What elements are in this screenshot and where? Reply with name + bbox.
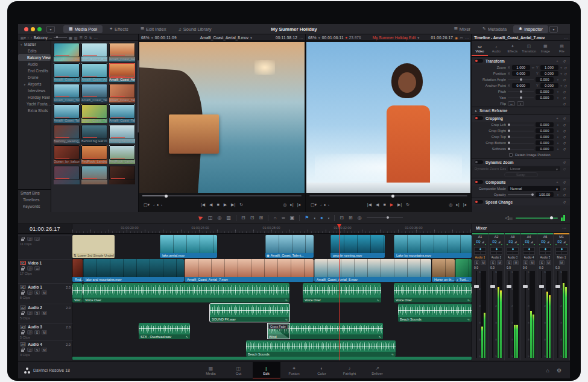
menubar-right-button[interactable]: ☰ Mixer — [448, 25, 476, 33]
auto-select-icon[interactable]: ◫ — [27, 311, 33, 315]
composite-mode-dropdown[interactable]: Normal ▾ — [508, 186, 560, 191]
media-clip-thumbnail[interactable] — [109, 104, 135, 119]
media-clip[interactable]: Amalfi_Coast_Tale... — [81, 104, 107, 123]
clip-view-dropdown-icon[interactable]: ▤▾ — [21, 36, 26, 40]
media-clip[interactable]: Holding hands whi... — [109, 125, 135, 143]
fader-handle[interactable] — [539, 285, 544, 288]
mute-button[interactable]: M — [42, 330, 47, 334]
reset-icon[interactable]: ↺ — [562, 180, 567, 184]
reset-icon[interactable]: ↺ — [562, 167, 567, 171]
mute-button[interactable]: M — [530, 260, 535, 265]
dynamic-zoom-ease-dropdown[interactable]: Linear ▾ — [508, 166, 560, 171]
smart-bin-item[interactable]: Keywords — [18, 203, 51, 210]
pitch-slider[interactable] — [508, 92, 534, 92]
mute-button[interactable]: M — [42, 290, 47, 295]
crop-value-field[interactable]: 0.000 — [536, 134, 554, 139]
source-zoom-level[interactable]: 68% — [141, 36, 150, 40]
auto-select-icon[interactable]: ◫ — [27, 348, 33, 352]
track-badge[interactable]: A4 — [20, 342, 26, 346]
timeline-audio-clip[interactable]: Voic...∿ — [72, 283, 83, 302]
timeline-audio-clip[interactable]: Voice Over∿ — [394, 283, 472, 302]
current-bin-title[interactable]: Balcony ... — [34, 36, 52, 40]
mixer-channel-strip[interactable]: A4 EQ ◢ Audio 4 S M 0.0 101520304050 — [521, 233, 537, 360]
rotation-field[interactable]: 0.000 — [536, 77, 554, 82]
lock-track-icon[interactable] — [20, 311, 25, 315]
media-clip-thumbnail[interactable] — [54, 43, 80, 57]
smart-reframe-section[interactable]: ▸ Smart Reframe — [472, 107, 570, 114]
bin-item[interactable]: Yacht Foota... — [18, 101, 51, 107]
transport-button[interactable]: |◀ — [201, 202, 205, 207]
lock-track-icon[interactable] — [20, 237, 25, 241]
media-clip-thumbnail[interactable] — [54, 166, 80, 180]
overwrite-clip-icon[interactable]: ⊡ — [250, 215, 254, 221]
reset-icon[interactable]: ↺ — [562, 96, 567, 100]
add-keyframe-icon[interactable]: + — [555, 141, 560, 145]
auto-select-icon[interactable]: ◫ — [27, 330, 33, 334]
marker-icon[interactable]: ● — [320, 215, 323, 221]
more-options-icon[interactable]: ⋯ — [93, 36, 97, 40]
media-clip-thumbnail[interactable] — [81, 84, 107, 98]
timeline-video-clip[interactable]: ⇅Lower 3rd Simple Underl... — [72, 235, 115, 258]
page-tab[interactable]: ↗ Deliver — [364, 362, 391, 378]
video-track-2-header[interactable]: ◫ ▭ 11 Clips — [18, 235, 72, 258]
mixer-channel-strip[interactable]: M1 EQ ◢ Main 1 S M 0.0 101520304050 — [554, 233, 570, 360]
project-settings-icon[interactable]: ⚙ — [557, 368, 561, 374]
media-clip-thumbnail[interactable] — [109, 166, 135, 180]
zoom-x-field[interactable]: 1.000 — [512, 65, 530, 70]
bin-item[interactable]: Edits — [18, 48, 51, 54]
goto-in-icon[interactable]: ▸| — [290, 202, 293, 207]
page-tab[interactable]: ♪ Fairlight — [336, 362, 364, 378]
fader-handle[interactable] — [523, 285, 528, 288]
transform-enable-toggle[interactable] — [475, 59, 483, 63]
media-clip[interactable]: Amalfi_Coast_Tale... — [109, 84, 135, 102]
opacity-field[interactable]: 100.00 — [536, 192, 554, 197]
reset-icon[interactable]: ↺ — [562, 59, 567, 63]
more-options-icon[interactable]: ⋯ — [465, 36, 469, 40]
fader-handle[interactable] — [474, 285, 479, 288]
timeline-audio-clip[interactable]: Beach Sounds∿ — [398, 304, 472, 322]
solo-button[interactable]: S — [34, 311, 40, 315]
fader-track[interactable] — [476, 271, 477, 358]
media-clip[interactable] — [54, 166, 80, 184]
reset-icon[interactable]: ↺ — [564, 66, 567, 70]
add-keyframe-icon[interactable]: + — [555, 116, 560, 120]
solo-button[interactable]: S — [539, 260, 545, 265]
zoom-y-field[interactable]: 1.000 — [540, 65, 558, 70]
inspector-tab[interactable]: ◫ Transition — [521, 41, 537, 56]
reset-icon[interactable]: ↺ — [562, 193, 567, 197]
playhead[interactable] — [339, 224, 340, 360]
speaker-icon[interactable]: ◁𝄙 — [505, 215, 513, 221]
add-keyframe-icon[interactable]: + — [555, 78, 560, 81]
track-badge[interactable]: A2 — [20, 305, 26, 310]
audio-track-header[interactable]: A3 Audio 3 2.0 ◫ S M 5 Clips — [18, 323, 72, 339]
track-badge[interactable]: A3 — [20, 325, 26, 329]
mixer-channel-strip[interactable]: A1 EQ ◢ Audio 1 S M 0.0 101520304050 — [472, 233, 488, 360]
reset-icon[interactable]: ↺ — [562, 160, 567, 164]
music-bed-clip[interactable] — [72, 357, 472, 360]
volume-slider[interactable] — [516, 218, 558, 219]
timeline-video-clip[interactable]: Lake by mountains.mov — [394, 235, 472, 258]
page-tab[interactable]: ◐ Color — [308, 362, 336, 378]
add-keyframe-icon[interactable]: + — [555, 59, 560, 63]
dual-viewer-icon[interactable]: ▭ — [460, 36, 463, 40]
pan-control[interactable] — [539, 247, 551, 255]
bin-item[interactable]: Audio — [18, 61, 51, 67]
add-keyframe-icon[interactable]: + — [560, 84, 563, 87]
mixer-channel-strip[interactable]: A3 EQ ◢ Audio 3 S M 0.0 101520304050 — [505, 233, 521, 360]
reset-icon[interactable]: ↺ — [562, 116, 567, 121]
timeline-zoom-slider[interactable] — [367, 218, 403, 218]
zoom-full-extent-icon[interactable]: ⊞ — [349, 215, 353, 221]
crop-slider[interactable] — [508, 137, 534, 137]
lock-track-icon[interactable] — [20, 330, 25, 334]
add-keyframe-icon[interactable]: + — [555, 180, 560, 184]
position-y-field[interactable]: 0.000 — [540, 71, 558, 76]
pan-control[interactable] — [523, 247, 535, 255]
timeline-audio-clip[interactable]: SOUND FX.wav∿ — [210, 304, 289, 322]
transport-button[interactable]: ▶| — [231, 202, 235, 207]
crop-value-field[interactable]: 0.000 — [536, 128, 554, 133]
goto-in-icon[interactable]: ▸| — [456, 202, 459, 207]
solo-button[interactable]: S — [490, 260, 496, 265]
transport-button[interactable]: ■ — [217, 202, 219, 207]
inspector-tab[interactable]: ▭ Video — [472, 41, 488, 56]
media-clip[interactable]: Amalfi_Coast_Tale... — [109, 104, 135, 123]
